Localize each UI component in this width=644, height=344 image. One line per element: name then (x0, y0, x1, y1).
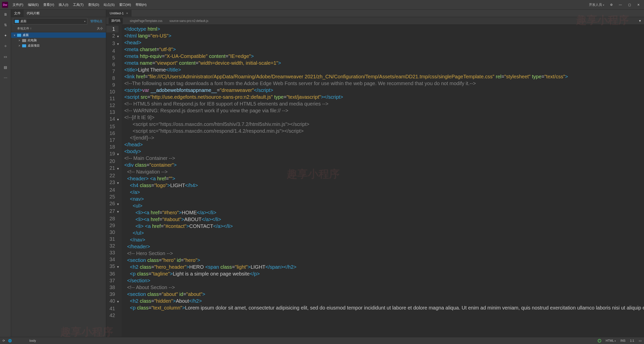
wand-icon[interactable]: ✧ (2, 43, 9, 49)
sync-settings-icon[interactable]: ⚙ (608, 2, 615, 8)
menu-2[interactable]: 查看(V) (41, 2, 56, 8)
subtab-source[interactable]: 源代码 (109, 18, 123, 24)
lint-ok-icon[interactable] (598, 339, 601, 342)
menu-6[interactable]: 站点(S) (102, 2, 116, 8)
tree-item[interactable]: >桌面项目 (11, 43, 106, 48)
status-language[interactable]: HTML ▾ (606, 339, 616, 342)
drive-select[interactable]: 桌面 ▾ (13, 18, 87, 24)
panel-tab-snippets[interactable]: 代码片断 (24, 10, 43, 17)
menu-8[interactable]: 帮助(H) (134, 2, 149, 8)
filter-icon[interactable]: ▼ (638, 19, 641, 23)
code-editor[interactable]: <!doctype html><html lang="en-US"><head>… (121, 25, 644, 337)
tree-item[interactable]: ∨桌面 (11, 32, 106, 38)
menu-7[interactable]: 窗口(W) (117, 2, 133, 8)
document-tabs: Untitled-1 × (106, 10, 644, 17)
manage-sites-link[interactable]: 管理站点 (89, 19, 104, 23)
refresh-icon[interactable]: ⟳ (3, 339, 5, 342)
minimize-button[interactable]: — (617, 2, 624, 8)
titlebar: Dw 文件(F)编辑(E)查看(V)插入(I)工具(T)查找(D)站点(S)窗口… (0, 0, 644, 10)
close-button[interactable]: ✕ (635, 2, 642, 8)
subtab-css[interactable]: singlePageTemplate.css (130, 19, 162, 23)
maximize-button[interactable]: ▢ (626, 2, 633, 8)
app-logo: Dw (2, 2, 8, 8)
col-size[interactable]: 大小 (97, 26, 103, 31)
file-tree[interactable]: ∨桌面>此电脑>桌面项目 (11, 32, 106, 337)
globe-icon[interactable]: 🌐 (8, 339, 12, 342)
breadcrumb[interactable]: body (29, 339, 36, 342)
menu-3[interactable]: 插入(I) (57, 2, 70, 8)
panel-tab-files[interactable]: 文件 (11, 10, 24, 17)
folder-icon (15, 20, 19, 23)
css-designer-icon[interactable]: ▤ (2, 64, 9, 71)
menu-0[interactable]: 文件(F) (11, 2, 25, 8)
related-files-bar: 源代码 singlePageTemplate.css source-sans-p… (106, 17, 644, 25)
status-bar: ⟳ 🌐 body HTML ▾ INS 1:1 ▭ (0, 337, 644, 344)
document-tab[interactable]: Untitled-1 × (106, 10, 132, 17)
close-tab-icon[interactable]: × (126, 12, 128, 15)
menu-5[interactable]: 查找(D) (86, 2, 101, 8)
files-panel: 文件 代码片断 桌面 ▾ 管理站点 本地文件 ↑ 大小 ∨桌面>此电脑>桌面项目 (11, 10, 106, 337)
line-gutter[interactable]: 1 2 ▼3 ▼4 5 6 7 8 9 10 11 12 13 14 ▼15 1… (106, 25, 121, 337)
screen-size-icon[interactable]: ▭ (639, 339, 641, 342)
sparkle-icon[interactable]: ✦ (2, 32, 9, 39)
tree-item[interactable]: >此电脑 (11, 38, 106, 43)
document-title: Untitled-1 (110, 11, 124, 15)
more-icon[interactable]: ⋯ (2, 75, 9, 81)
menu-4[interactable]: 工具(T) (71, 2, 86, 8)
workspace-switcher[interactable]: 开发人员 ▾ (589, 3, 604, 7)
file-explorer-icon[interactable]: 🗎 (2, 11, 9, 18)
editor-area: Untitled-1 × 源代码 singlePageTemplate.css … (106, 10, 644, 337)
col-filename[interactable]: 本地文件 ↑ (17, 26, 97, 31)
file-list-header[interactable]: 本地文件 ↑ 大小 (11, 25, 106, 32)
chat-icon[interactable]: ▭ (2, 53, 9, 60)
subtab-js[interactable]: source-sans-pro:n2:default.js (169, 19, 208, 23)
status-cursor-pos: 1:1 (630, 339, 634, 342)
status-insert-mode[interactable]: INS (620, 339, 625, 342)
manage-sites-icon[interactable]: ⇅ (2, 22, 9, 28)
activity-bar: 🗎 ⇅ ✦ ✧ ▭ ▤ ⋯ (0, 10, 11, 337)
menu-1[interactable]: 编辑(E) (26, 2, 41, 8)
